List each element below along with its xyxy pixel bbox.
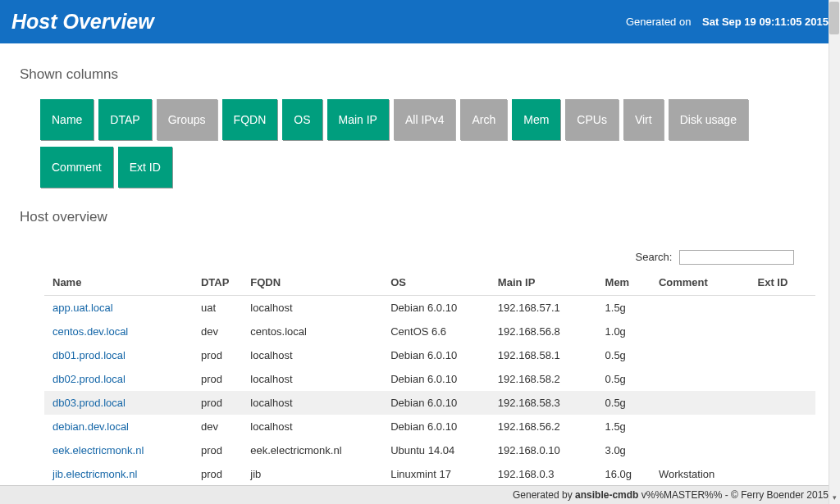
table-row: centos.dev.localdevcentos.localCentOS 6.… [44, 320, 815, 343]
cell-ext [750, 343, 815, 367]
cell-mem: 1.0g [597, 320, 651, 343]
search-input[interactable] [679, 250, 794, 265]
cell-os: Debian 6.0.10 [382, 391, 490, 415]
cell-ext [750, 296, 815, 320]
cell-comment [651, 296, 750, 320]
col-header-comment[interactable]: Comment [651, 270, 750, 296]
cell-ext [750, 320, 815, 343]
table-row: db02.prod.localprodlocalhostDebian 6.0.1… [44, 367, 815, 391]
cell-os: Debian 6.0.10 [382, 415, 490, 438]
cell-name[interactable]: jib.electricmonk.nl [44, 462, 193, 486]
cell-ip: 192.168.58.3 [490, 391, 597, 415]
cell-os: Debian 6.0.10 [382, 367, 490, 391]
generated-info: Generated on Sat Sep 19 09:11:05 2015 [626, 16, 829, 28]
column-chip-arch[interactable]: Arch [460, 99, 507, 140]
generated-timestamp: Sat Sep 19 09:11:05 2015 [702, 16, 829, 28]
cell-ip: 192.168.0.10 [490, 438, 597, 462]
column-chip-cpus[interactable]: CPUs [565, 99, 619, 140]
cell-os: CentOS 6.6 [382, 320, 490, 343]
search-row: Search: [20, 242, 820, 270]
cell-dtap: prod [193, 462, 242, 486]
table-header-row: NameDTAPFQDNOSMain IPMemCommentExt ID [44, 270, 815, 296]
column-chip-comment[interactable]: Comment [40, 147, 113, 188]
cell-name[interactable]: eek.electricmonk.nl [44, 438, 193, 462]
table-row: debian.dev.localdevlocalhostDebian 6.0.1… [44, 415, 815, 438]
col-header-main-ip[interactable]: Main IP [490, 270, 597, 296]
table-row: jib.electricmonk.nlprodjibLinuxmint 1719… [44, 462, 815, 486]
cell-mem: 3.0g [597, 438, 651, 462]
cell-ip: 192.168.57.1 [490, 296, 597, 320]
scrollbar-down-arrow[interactable]: ▾ [829, 493, 839, 502]
cell-dtap: dev [193, 320, 242, 343]
cell-os: Linuxmint 17 [382, 462, 490, 486]
column-chip-virt[interactable]: Virt [623, 99, 664, 140]
page-header: Host Overview Generated on Sat Sep 19 09… [0, 0, 840, 43]
cell-mem: 16.0g [597, 462, 651, 486]
cell-dtap: prod [193, 343, 242, 367]
cell-fqdn: localhost [242, 296, 382, 320]
cell-fqdn: localhost [242, 391, 382, 415]
col-header-mem[interactable]: Mem [597, 270, 651, 296]
column-chip-mem[interactable]: Mem [512, 99, 560, 140]
cell-comment [651, 415, 750, 438]
cell-name[interactable]: app.uat.local [44, 296, 193, 320]
cell-os: Debian 6.0.10 [382, 296, 490, 320]
footer-prefix: Generated by [513, 489, 575, 501]
cell-comment [651, 438, 750, 462]
shown-columns-heading: Shown columns [20, 66, 820, 83]
cell-ip: 192.168.58.1 [490, 343, 597, 367]
vertical-scrollbar[interactable]: ▾ [829, 0, 840, 504]
cell-ext [750, 462, 815, 486]
cell-mem: 0.5g [597, 343, 651, 367]
page-title: Host Overview [11, 10, 154, 34]
table-row: app.uat.localuatlocalhostDebian 6.0.1019… [44, 296, 815, 320]
column-chip-fqdn[interactable]: FQDN [222, 99, 278, 140]
page-footer: Generated by ansible-cmdb v%%MASTER%% - … [0, 485, 840, 504]
hosts-table: NameDTAPFQDNOSMain IPMemCommentExt ID ap… [44, 270, 815, 504]
cell-dtap: prod [193, 438, 242, 462]
cell-fqdn: centos.local [242, 320, 382, 343]
column-chip-dtap[interactable]: DTAP [98, 99, 151, 140]
generated-label: Generated on [626, 16, 692, 28]
column-chip-name[interactable]: Name [40, 99, 94, 140]
table-row: db01.prod.localprodlocalhostDebian 6.0.1… [44, 343, 815, 367]
cell-name[interactable]: centos.dev.local [44, 320, 193, 343]
col-header-ext-id[interactable]: Ext ID [750, 270, 815, 296]
column-chip-main-ip[interactable]: Main IP [327, 99, 389, 140]
cell-ip: 192.168.58.2 [490, 367, 597, 391]
cell-fqdn: localhost [242, 343, 382, 367]
cell-os: Ubuntu 14.04 [382, 438, 490, 462]
column-chips: NameDTAPGroupsFQDNOSMain IPAll IPv4ArchM… [40, 99, 820, 194]
cell-name[interactable]: db02.prod.local [44, 367, 193, 391]
search-label: Search: [636, 251, 673, 263]
column-chip-os[interactable]: OS [282, 99, 322, 140]
cell-comment [651, 391, 750, 415]
column-chip-groups[interactable]: Groups [157, 99, 217, 140]
cell-dtap: prod [193, 391, 242, 415]
cell-ext [750, 391, 815, 415]
column-chip-ext-id[interactable]: Ext ID [118, 147, 172, 188]
cell-ext [750, 438, 815, 462]
scrollbar-thumb[interactable] [829, 2, 839, 34]
column-chip-all-ipv4[interactable]: All IPv4 [394, 99, 455, 140]
col-header-os[interactable]: OS [382, 270, 490, 296]
cell-fqdn: localhost [242, 415, 382, 438]
cell-name[interactable]: debian.dev.local [44, 415, 193, 438]
table-body: app.uat.localuatlocalhostDebian 6.0.1019… [44, 296, 815, 505]
cell-ip: 192.168.56.2 [490, 415, 597, 438]
col-header-fqdn[interactable]: FQDN [242, 270, 382, 296]
cell-dtap: uat [193, 296, 242, 320]
cell-name[interactable]: db03.prod.local [44, 391, 193, 415]
col-header-name[interactable]: Name [44, 270, 193, 296]
column-chip-disk-usage[interactable]: Disk usage [669, 99, 748, 140]
cell-name[interactable]: db01.prod.local [44, 343, 193, 367]
cell-comment [651, 343, 750, 367]
table-row: eek.electricmonk.nlprodeek.electricmonk.… [44, 438, 815, 462]
cell-comment [651, 320, 750, 343]
cell-os: Debian 6.0.10 [382, 343, 490, 367]
cell-mem: 0.5g [597, 391, 651, 415]
table-row: db03.prod.localprodlocalhostDebian 6.0.1… [44, 391, 815, 415]
cell-mem: 1.5g [597, 296, 651, 320]
col-header-dtap[interactable]: DTAP [193, 270, 242, 296]
cell-mem: 0.5g [597, 367, 651, 391]
